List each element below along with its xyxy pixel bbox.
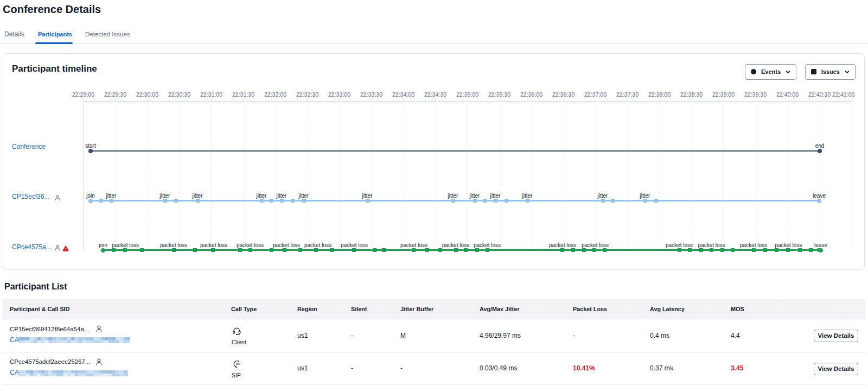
svg-text:SIP: SIP	[236, 363, 240, 365]
